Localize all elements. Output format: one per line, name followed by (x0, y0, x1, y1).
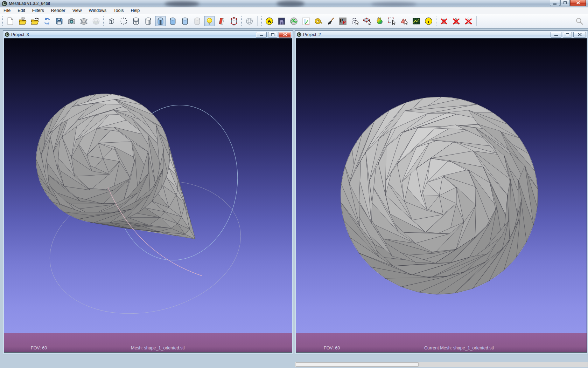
toolbar-drag-handle[interactable] (436, 16, 436, 26)
project2-close-button[interactable] (573, 32, 586, 38)
web-view-icon (91, 16, 101, 26)
svg-text:i: i (428, 18, 429, 24)
quality-map-icon[interactable] (411, 16, 421, 26)
open-project-icon[interactable] (17, 16, 28, 26)
meshlab-logo-icon (2, 1, 7, 6)
project2-viewport[interactable]: FOV: 60 FPS: 64.1 Current Mesh: shape_1_… (296, 38, 587, 353)
window-minimize-button[interactable] (550, 0, 560, 6)
lighting-toggle-icon[interactable] (204, 16, 215, 26)
select-area-icon[interactable] (386, 16, 397, 26)
show-layers-icon[interactable] (78, 16, 89, 26)
scrollbar-thumb[interactable] (296, 362, 419, 367)
svg-text:A: A (267, 19, 271, 24)
flat-lines-mode-icon[interactable] (155, 16, 166, 26)
pick-points-icon[interactable]: PP (337, 16, 348, 26)
project3-title: Project_3 (11, 32, 29, 37)
toolbar-separator (257, 16, 258, 26)
toolbar-separator (476, 16, 477, 26)
edge-decorator-icon[interactable] (229, 16, 239, 26)
menu-file[interactable]: File (0, 8, 14, 13)
project2-minimize-button[interactable] (551, 32, 561, 38)
close-icon (576, 1, 580, 5)
mesh-name-label: Mesh: shape_1_oriented.stl (131, 346, 185, 351)
smooth-mode-icon[interactable] (180, 16, 190, 26)
show-axis-icon[interactable]: A (264, 16, 274, 26)
wireframe-mode-icon[interactable] (131, 16, 141, 26)
window-title: MeshLab v1.3.2_64bit (9, 1, 50, 6)
toolbar-group (439, 16, 474, 26)
cone-mesh (4, 39, 292, 352)
project3-status-bar: FOV: 60 FPS: 64.1 Mesh: shape_1_oriented… (4, 333, 292, 352)
toolbar-drag-handle[interactable] (261, 16, 262, 26)
manipulator-tool-icon[interactable] (362, 16, 372, 26)
export-mesh-icon[interactable] (54, 16, 64, 26)
toolbar-group (244, 16, 254, 26)
texture-mode-icon (192, 16, 202, 26)
menu-windows[interactable]: Windows (85, 8, 110, 13)
project2-title: Project_2 (303, 32, 321, 37)
search-icon[interactable] (575, 17, 584, 27)
background-grid-icon[interactable] (276, 16, 287, 26)
close-icon (283, 33, 287, 36)
horizontal-scrollbar[interactable] (295, 362, 588, 367)
snapshot-icon[interactable] (66, 16, 77, 26)
fov-label: FOV: 60 (324, 346, 346, 351)
toolbar: APPi (0, 14, 588, 28)
select-vertices-icon[interactable] (350, 16, 360, 26)
glass-reflection (371, 2, 416, 7)
menu-tools[interactable]: Tools (110, 8, 127, 13)
mesh-info-icon[interactable]: i (423, 16, 434, 26)
project2-restore-button[interactable] (563, 32, 572, 38)
hidden-lines-mode-icon[interactable] (143, 16, 153, 26)
glass-reflection (276, 0, 304, 7)
paint-tool-icon[interactable] (325, 16, 336, 26)
project3-viewport[interactable]: FOV: 60 FPS: 64.1 Mesh: shape_1_oriented… (4, 38, 292, 353)
project-window-2[interactable]: Project_2 FOV: 60 FPS: 64.1 Current Mesh… (295, 30, 588, 354)
menu-bar: File Edit Filters Render View Windows To… (0, 7, 588, 14)
project2-status-bar: FOV: 60 FPS: 64.1 Current Mesh: shape_1_… (296, 333, 587, 352)
project-window-icon (297, 32, 301, 37)
app-titlebar[interactable]: MeshLab v1.3.2_64bit (0, 0, 588, 7)
menu-render[interactable]: Render (48, 8, 69, 13)
trackball-toggle-icon[interactable] (244, 16, 254, 26)
delete-selected-faces-icon[interactable] (439, 16, 449, 26)
sphere-mesh (296, 39, 587, 352)
toolbar-drag-handle[interactable] (241, 16, 242, 26)
menu-view[interactable]: View (69, 8, 85, 13)
toolbar-group (5, 16, 101, 26)
window-close-button[interactable] (570, 0, 586, 6)
toolbar-drag-handle[interactable] (2, 16, 3, 26)
close-icon (578, 33, 582, 36)
menu-filters[interactable]: Filters (29, 8, 48, 13)
show-coord-axes-icon[interactable] (301, 16, 311, 26)
menu-help[interactable]: Help (127, 8, 144, 13)
glass-reflection (164, 1, 200, 7)
measure-tool-icon[interactable] (313, 16, 323, 26)
toolbar-drag-handle[interactable] (103, 16, 104, 26)
project3-minimize-button[interactable] (256, 32, 267, 38)
vertex-color-tool-icon[interactable] (374, 16, 385, 26)
project2-titlebar[interactable]: Project_2 (296, 31, 587, 38)
window-maximize-button[interactable] (560, 0, 570, 6)
backface-culling-icon[interactable] (216, 16, 227, 26)
menu-edit[interactable]: Edit (14, 8, 29, 13)
reload-mesh-icon[interactable] (42, 16, 52, 26)
select-faces-icon[interactable] (399, 16, 409, 26)
fov-label: FOV: 60 (31, 346, 53, 351)
toolbar-group (106, 16, 239, 26)
delete-selected-vertices-icon[interactable] (463, 16, 474, 26)
project-window-icon (5, 32, 9, 37)
flat-mode-icon[interactable] (167, 16, 178, 26)
mesh-name-label: Current Mesh: shape_1_oriented.stl (424, 346, 494, 351)
project-window-3[interactable]: Project_3 FOV: 60 FPS: 64.1 Mesh: shape_… (3, 30, 293, 354)
new-project-icon[interactable] (5, 16, 15, 26)
import-mesh-icon[interactable] (29, 16, 40, 26)
project3-close-button[interactable] (279, 32, 291, 38)
project3-restore-button[interactable] (268, 32, 277, 38)
show-curvature-icon[interactable] (288, 16, 299, 26)
toolbar-group: APPi (264, 16, 434, 26)
project3-titlebar[interactable]: Project_3 (4, 31, 292, 38)
delete-faces-and-vertices-icon[interactable] (451, 16, 461, 26)
points-mode-icon[interactable] (118, 16, 129, 26)
bbox-mode-icon[interactable] (106, 16, 117, 26)
